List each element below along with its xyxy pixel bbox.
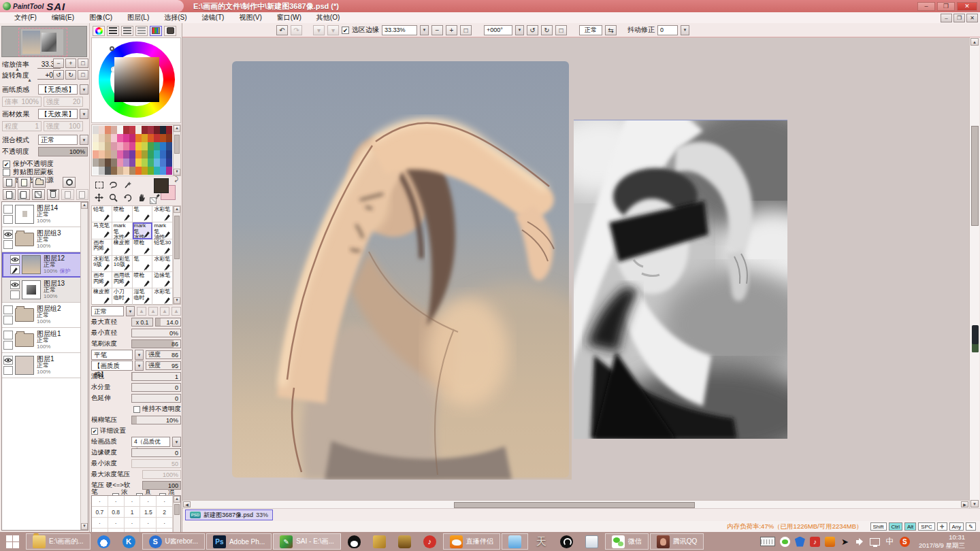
swatch-0-8[interactable] bbox=[142, 126, 148, 134]
swatch-2-2[interactable] bbox=[105, 142, 111, 150]
zoom-reset-button[interactable]: □ bbox=[460, 25, 472, 35]
material-effect-select[interactable]: 【无效果】 bbox=[38, 109, 78, 119]
scroll-down-icon[interactable]: ▼ bbox=[81, 523, 88, 530]
bs1-0-slider[interactable]: 14.0 bbox=[155, 318, 181, 327]
swatch-4-4[interactable] bbox=[117, 158, 123, 167]
swatch-0-7[interactable] bbox=[135, 126, 142, 134]
swatch-scrollbar[interactable]: ▲ ▼ bbox=[173, 125, 180, 176]
brush-shape-2[interactable]: ▲ bbox=[148, 307, 158, 316]
nav-zoom-in-button[interactable]: + bbox=[65, 59, 76, 68]
swatch-4-6[interactable] bbox=[129, 158, 135, 167]
eye-toggle[interactable] bbox=[3, 305, 13, 314]
swatch-5-11[interactable] bbox=[160, 167, 166, 175]
brush-水彩笔[interactable]: 水彩笔 bbox=[152, 206, 173, 222]
tray-flame-icon[interactable] bbox=[825, 537, 835, 547]
rotate-ccw-button[interactable]: ↺ bbox=[527, 25, 538, 35]
saturation-value-square[interactable] bbox=[114, 57, 159, 102]
swatch-3-9[interactable] bbox=[148, 150, 154, 158]
taskbar-s-U酱rebor...[interactable]: SU酱rebor... bbox=[142, 533, 205, 550]
swatch-0-6[interactable] bbox=[129, 126, 135, 134]
swatch-5-12[interactable] bbox=[166, 167, 172, 175]
nav-rotate-ccw-button[interactable]: ↺ bbox=[53, 70, 64, 80]
brush-喷枪[interactable]: 喷枪 bbox=[133, 272, 153, 288]
swatches-tab[interactable] bbox=[150, 26, 162, 36]
swatch-1-2[interactable] bbox=[105, 134, 111, 142]
new-folder-button[interactable] bbox=[33, 177, 46, 188]
brush-mark笔油性[interactable]: mark笔 油性 bbox=[152, 222, 173, 239]
bs1-0-unit[interactable]: x 0.1 bbox=[131, 318, 153, 327]
brush-喷枪[interactable]: 喷枪 bbox=[112, 206, 133, 222]
swatch-5-0[interactable] bbox=[93, 167, 99, 175]
swatch-4-12[interactable] bbox=[166, 158, 172, 167]
navigator-view-rect[interactable] bbox=[18, 28, 67, 56]
navigator-preview[interactable] bbox=[1, 26, 87, 57]
swatch-3-12[interactable] bbox=[166, 150, 172, 158]
merge-down-button[interactable] bbox=[61, 189, 74, 200]
swatch-5-9[interactable] bbox=[148, 167, 154, 175]
opacity-slider[interactable]: 100% bbox=[38, 147, 88, 156]
layer-row-图层组2[interactable]: 图层组2正常100% bbox=[2, 303, 88, 328]
scroll-up-icon[interactable]: ▲ bbox=[81, 202, 88, 209]
tray-sogou-icon[interactable]: S bbox=[900, 537, 910, 547]
size-preset-·[interactable]: · bbox=[125, 496, 141, 507]
swatch-2-5[interactable] bbox=[123, 142, 129, 150]
brush-笔[interactable]: 笔 bbox=[133, 206, 153, 222]
size-preset-·[interactable]: · bbox=[125, 518, 141, 529]
brush-水彩笔[interactable]: 水彩笔 bbox=[152, 288, 173, 305]
color-wheel[interactable] bbox=[91, 37, 181, 123]
nav-rotate-reset-button[interactable]: □ bbox=[78, 70, 88, 80]
paper-texture-dropdown-icon[interactable]: ▼ bbox=[80, 84, 88, 95]
taskbar-wechat-微信[interactable]: 微信 bbox=[605, 533, 649, 550]
scroll-left-icon[interactable]: ◀ bbox=[183, 501, 191, 507]
tray-shield-icon[interactable] bbox=[795, 537, 805, 547]
swatch-4-1[interactable] bbox=[99, 158, 105, 167]
taskbar-start[interactable] bbox=[0, 532, 25, 551]
blend-mode-dropdown-icon[interactable]: ▼ bbox=[80, 135, 88, 145]
size-preset-1[interactable]: 1 bbox=[125, 507, 141, 518]
size-preset-1.5[interactable]: 1.5 bbox=[140, 507, 157, 518]
brush-画布丙烯[interactable]: 画布 丙烯 bbox=[92, 239, 112, 256]
swatch-1-7[interactable] bbox=[135, 134, 142, 142]
pen-indicator[interactable] bbox=[3, 366, 13, 375]
swatch-4-11[interactable] bbox=[160, 158, 166, 167]
foreground-color[interactable] bbox=[154, 178, 169, 193]
swatch-2-4[interactable] bbox=[117, 142, 123, 150]
size-preset-·[interactable]: · bbox=[157, 496, 173, 507]
swatch-1-9[interactable] bbox=[148, 134, 154, 142]
scroll-up-icon[interactable]: ▲ bbox=[970, 38, 979, 46]
swatch-3-5[interactable] bbox=[123, 150, 129, 158]
swatch-1-1[interactable] bbox=[99, 134, 105, 142]
swatch-2-3[interactable] bbox=[111, 142, 117, 150]
document-tab[interactable]: PSD 新建图3687像.psd 33% bbox=[185, 510, 273, 520]
rotate-reset-button[interactable]: □ bbox=[555, 25, 567, 35]
tray-kbd-icon[interactable] bbox=[760, 537, 775, 546]
brush-shape-select[interactable]: 平笔 bbox=[91, 350, 133, 360]
layer-row-图层组1[interactable]: 图层组1正常100% bbox=[2, 328, 88, 353]
copy-layer-button[interactable] bbox=[3, 189, 16, 200]
zoom-in-button[interactable]: + bbox=[446, 25, 457, 35]
angle-slider-marker[interactable]: ▲ bbox=[27, 78, 32, 82]
taskbar-clock[interactable]: 10:31 2017/8/9 星期三 bbox=[915, 533, 969, 550]
swatch-5-1[interactable] bbox=[99, 167, 105, 175]
taskbar-anime[interactable] bbox=[502, 533, 528, 550]
vertical-scroll-thumb[interactable] bbox=[971, 126, 979, 226]
brush-水彩笔9版[interactable]: 水彩笔 9版 bbox=[92, 256, 112, 272]
swatch-1-5[interactable] bbox=[123, 134, 129, 142]
layer-option-checkbox[interactable] bbox=[3, 169, 10, 176]
special-layer-button[interactable] bbox=[63, 177, 76, 188]
rgb-slider-tab[interactable] bbox=[107, 26, 119, 36]
blur-pressure-slider[interactable]: 10% bbox=[131, 416, 181, 424]
menu-视图(V)[interactable]: 视图(V) bbox=[231, 13, 269, 22]
layer-row-图层组3[interactable]: 图层组3正常100% bbox=[2, 227, 88, 252]
mdi-close-button[interactable]: ✕ bbox=[966, 14, 978, 22]
zoom-out-button[interactable]: − bbox=[431, 25, 443, 35]
menu-编辑(E)[interactable]: 编辑(E) bbox=[44, 13, 82, 22]
scroll-right-icon[interactable]: ▶ bbox=[961, 501, 968, 507]
paint-quality-select[interactable]: 4（品质优先） bbox=[131, 437, 170, 447]
layer-row-图层14[interactable]: 图层14正常100% bbox=[2, 202, 88, 227]
new-pen-layer-button[interactable] bbox=[18, 177, 31, 188]
nav-zoom-reset-button[interactable]: □ bbox=[78, 59, 88, 68]
swatch-1-0[interactable] bbox=[93, 134, 99, 142]
brush-橡皮擦[interactable]: 橡皮擦 bbox=[92, 288, 112, 305]
brush-texture-select[interactable]: 【画质质感】 bbox=[91, 361, 133, 371]
